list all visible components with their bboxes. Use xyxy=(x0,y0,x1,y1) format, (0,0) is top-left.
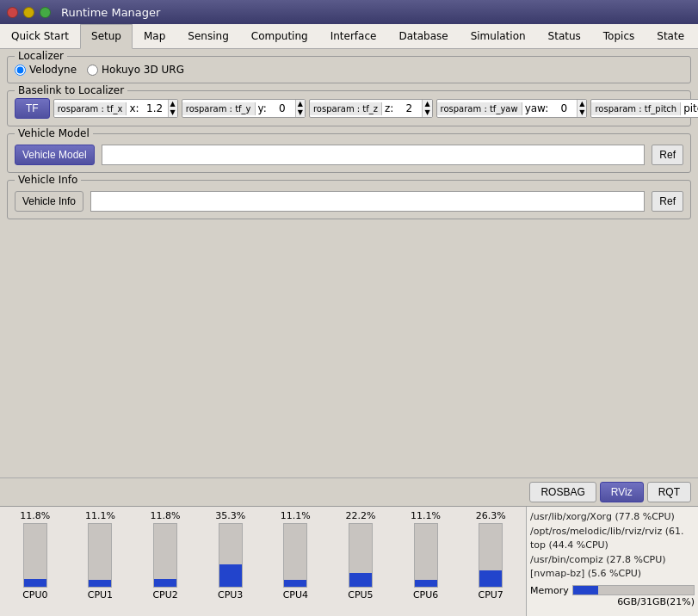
param-tf-yaw-up[interactable]: ▲ xyxy=(578,100,586,108)
cpu4-fill xyxy=(284,580,306,587)
cpu5-fill xyxy=(349,573,372,587)
cpu2-fill xyxy=(154,579,176,587)
vehicle-model-row: Vehicle Model Ref xyxy=(15,145,683,165)
cpu-col-3: 35.3% CPU3 xyxy=(199,510,263,614)
cpu6-label: CPU6 xyxy=(413,589,438,601)
tab-database[interactable]: Database xyxy=(387,24,459,48)
param-tf-yaw-label: rosparam : tf_yaw xyxy=(437,102,522,115)
param-tf-x-down[interactable]: ▼ xyxy=(169,108,177,117)
cpu3-bar xyxy=(219,523,243,588)
titlebar: Runtime Manager xyxy=(0,0,698,24)
cpu-col-1: 11.1% CPU1 xyxy=(69,510,133,614)
cpu-col-6: 11.1% CPU6 xyxy=(394,510,458,614)
cpu0-percent: 11.8% xyxy=(20,510,50,521)
tab-quick-start[interactable]: Quick Start xyxy=(0,24,80,48)
menubar: Quick Start Setup Map Sensing Computing … xyxy=(0,24,698,49)
cpu2-label: CPU2 xyxy=(152,589,177,601)
cpu0-bar xyxy=(23,523,47,588)
cpu0-fill xyxy=(24,579,46,587)
cpu5-bar xyxy=(349,523,373,588)
param-tf-y-up[interactable]: ▲ xyxy=(296,100,305,108)
vehicle-info-row: Vehicle Info Ref xyxy=(15,191,683,212)
cpu7-percent: 26.3% xyxy=(476,510,506,521)
cpu-container: 11.8% CPU0 11.1% CPU1 11.8% CPU2 35.3% xyxy=(0,507,526,616)
vehicle-model-ref-button[interactable]: Ref xyxy=(652,145,683,165)
cpu5-percent: 22.2% xyxy=(345,510,375,521)
tab-interface[interactable]: Interface xyxy=(319,24,388,48)
velodyne-radio[interactable] xyxy=(15,65,26,76)
info-line-0: /usr/lib/xorg/Xorg (77.8 %CPU) xyxy=(530,510,695,525)
param-tf-yaw: rosparam : tf_yaw yaw: 0 ▲ ▼ xyxy=(436,99,588,117)
memory-row: Memory xyxy=(530,585,695,596)
cpu6-fill xyxy=(415,580,437,587)
param-tf-z-down[interactable]: ▼ xyxy=(423,108,431,117)
rqt-button[interactable]: RQT xyxy=(647,482,691,502)
param-tf-x-value: 1.2 xyxy=(142,101,168,116)
param-tf-y-label: rosparam : tf_y xyxy=(182,102,256,115)
cpu-col-5: 22.2% CPU5 xyxy=(329,510,392,614)
cpu1-bar xyxy=(88,523,112,588)
cpu-col-7: 26.3% CPU7 xyxy=(459,510,522,614)
cpu7-label: CPU7 xyxy=(479,589,503,601)
spacer xyxy=(7,226,691,364)
param-tf-pitch-label: rosparam : tf_pitch xyxy=(591,102,681,115)
vehicle-info-section: Vehicle Info Vehicle Info Ref xyxy=(7,180,691,219)
param-tf-yaw-arrows: ▲ ▼ xyxy=(577,100,586,116)
info-line-4: [nvmap-bz] (5.6 %CPU) xyxy=(530,567,695,582)
memory-value: 6GB/31GB(21%) xyxy=(530,596,695,607)
velodyne-label: Velodyne xyxy=(29,64,77,76)
hokuyo-option[interactable]: Hokuyo 3D URG xyxy=(87,64,184,76)
param-tf-z-sublabel: z: xyxy=(382,101,396,116)
info-line-1: /opt/ros/melodic/lib/rviz/rviz (61. xyxy=(530,525,695,539)
vehicle-model-label: Vehicle Model xyxy=(15,127,93,139)
tf-button[interactable]: TF xyxy=(15,98,50,119)
window-title: Runtime Manager xyxy=(61,6,160,19)
param-tf-x-arrows: ▲ ▼ xyxy=(168,100,177,116)
memory-bar xyxy=(572,585,695,595)
param-tf-x-up[interactable]: ▲ xyxy=(169,100,177,108)
cpu-col-2: 11.8% CPU2 xyxy=(133,510,197,614)
memory-label: Memory xyxy=(530,585,569,596)
param-tf-z-value: 2 xyxy=(396,101,422,116)
cpu3-label: CPU3 xyxy=(218,589,243,601)
tab-state[interactable]: State xyxy=(645,24,695,48)
cpu4-percent: 11.1% xyxy=(281,510,311,521)
cpu0-label: CPU0 xyxy=(22,589,47,601)
tab-simulation[interactable]: Simulation xyxy=(460,24,537,48)
vehicle-info-button[interactable]: Vehicle Info xyxy=(15,191,83,212)
cpu4-bar xyxy=(283,523,307,588)
param-tf-pitch: rosparam : tf_pitch pitch: 0 ▲ ▼ xyxy=(590,99,698,117)
tab-computing[interactable]: Computing xyxy=(240,24,319,48)
tab-topics[interactable]: Topics xyxy=(592,24,645,48)
hokuyo-radio[interactable] xyxy=(87,65,98,76)
tab-sensing[interactable]: Sensing xyxy=(176,24,239,48)
cpu3-percent: 35.3% xyxy=(215,510,245,521)
baselink-section: Baselink to Localizer TF rosparam : tf_x… xyxy=(7,90,691,126)
tab-map[interactable]: Map xyxy=(133,24,176,48)
param-tf-z-up[interactable]: ▲ xyxy=(423,100,431,108)
velodyne-option[interactable]: Velodyne xyxy=(15,64,77,76)
vehicle-info-ref-button[interactable]: Ref xyxy=(652,191,683,212)
cpu-col-4: 11.1% CPU4 xyxy=(264,510,328,614)
vehicle-info-path[interactable] xyxy=(90,191,645,212)
cpu1-fill xyxy=(89,580,111,587)
param-tf-yaw-down[interactable]: ▼ xyxy=(578,108,586,117)
param-tf-x: rosparam : tf_x x: 1.2 ▲ ▼ xyxy=(53,99,178,117)
vehicle-model-path[interactable] xyxy=(102,145,645,165)
vehicle-model-button[interactable]: Vehicle Model xyxy=(15,145,95,165)
tab-setup[interactable]: Setup xyxy=(80,24,133,49)
info-line-2: top (44.4 %CPU) xyxy=(530,539,695,553)
memory-bar-fill xyxy=(573,586,598,594)
tab-status[interactable]: Status xyxy=(537,24,592,48)
maximize-button[interactable] xyxy=(40,7,51,18)
param-tf-y-down[interactable]: ▼ xyxy=(296,108,305,117)
rosbag-button[interactable]: ROSBAG xyxy=(529,482,596,502)
baselink-label: Baselink to Localizer xyxy=(15,84,127,96)
param-tf-y-arrows: ▲ ▼ xyxy=(295,100,305,116)
minimize-button[interactable] xyxy=(23,7,34,18)
localizer-label: Localizer xyxy=(15,50,67,62)
close-button[interactable] xyxy=(7,7,18,18)
rviz-button[interactable]: RViz xyxy=(600,482,644,502)
cpu7-fill xyxy=(479,570,502,587)
param-tf-y-sublabel: y: xyxy=(256,101,269,116)
